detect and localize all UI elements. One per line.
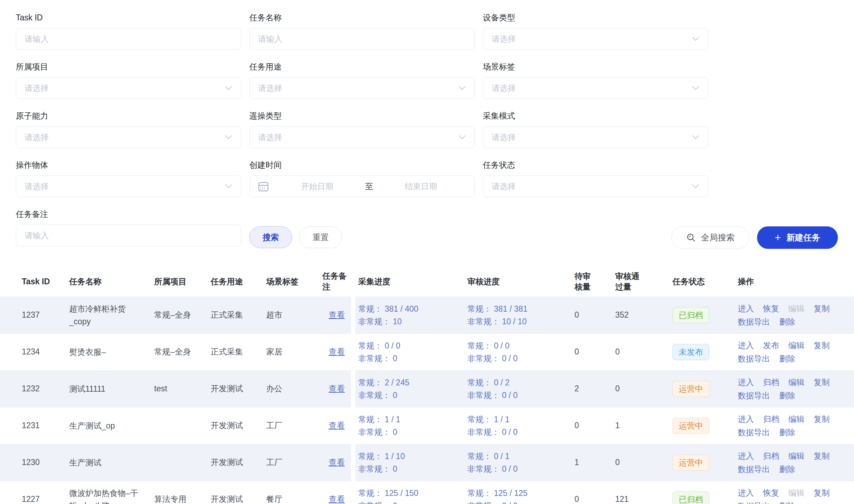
- collect-progress-cell: 常规： 1 / 1 非常规： 0: [358, 407, 467, 444]
- collect-mode-select[interactable]: 请选择: [483, 126, 708, 148]
- column-header-audit: 审核进度: [467, 267, 574, 297]
- column-header-actions: 操作: [738, 267, 854, 297]
- view-note-link[interactable]: 查看: [329, 310, 345, 319]
- row-action-link[interactable]: 删除: [779, 463, 795, 476]
- view-note-link[interactable]: 查看: [329, 347, 345, 356]
- purpose-select[interactable]: 请选择: [249, 77, 475, 99]
- row-action-link[interactable]: 进入: [738, 412, 754, 426]
- row-action-link[interactable]: 进入: [738, 339, 754, 352]
- row-action-link[interactable]: 数据导出: [738, 499, 770, 504]
- collect-progress-cell: 常规： 2 / 245 非常规： 0: [358, 370, 467, 407]
- view-note-link[interactable]: 查看: [329, 421, 345, 430]
- chevron-down-icon: [692, 37, 699, 41]
- reset-button[interactable]: 重置: [299, 226, 342, 248]
- teleop-select[interactable]: 请选择: [249, 126, 475, 148]
- row-action-link[interactable]: 编辑: [788, 412, 804, 426]
- global-search-label: 全局搜索: [701, 232, 735, 243]
- audit-progress-cell: 常规： 125 / 125 非常规： 0 / 0: [467, 481, 574, 504]
- row-action-link[interactable]: 归档: [763, 376, 779, 389]
- date-range-picker[interactable]: 开始日期 至 结束日期: [249, 175, 475, 197]
- project-cell: 常规–全身: [154, 333, 211, 370]
- row-action-link[interactable]: 进入: [738, 486, 754, 499]
- status-cell: 已归档: [672, 481, 738, 504]
- filter-teleop: 遥操类型 请选择: [249, 111, 475, 148]
- row-action-link[interactable]: 编辑: [788, 449, 804, 463]
- row-action-link[interactable]: 复制: [814, 412, 830, 426]
- row-action-link[interactable]: 删除: [779, 352, 795, 365]
- filter-label: 遥操类型: [249, 111, 475, 121]
- collect-progress-cell: 常规： 125 / 150 非常规： 0: [358, 481, 467, 504]
- row-action-link[interactable]: 复制: [814, 449, 830, 463]
- row-action-link[interactable]: 复制: [814, 486, 830, 499]
- view-note-link[interactable]: 查看: [329, 458, 345, 467]
- project-select[interactable]: 请选择: [16, 77, 241, 99]
- collect-regular: 常规： 1 / 1: [358, 413, 459, 426]
- row-action-link[interactable]: 数据导出: [738, 315, 770, 329]
- search-button[interactable]: 搜索: [249, 226, 292, 248]
- end-date-field[interactable]: 结束日期: [375, 181, 467, 192]
- scene-cell: 工厂: [266, 407, 322, 444]
- pending-count-cell: 1: [574, 444, 615, 481]
- table-body: 1237 超市冷鲜柜补货_copy 常规–全身 正式采集 超市 查看 常规： 3…: [0, 297, 854, 504]
- device-type-select[interactable]: 请选择: [483, 28, 708, 50]
- column-header-task-id: Task ID: [0, 267, 69, 297]
- row-action-link[interactable]: 进入: [738, 376, 754, 389]
- filter-remark: 任务备注: [16, 209, 241, 246]
- row-action-link[interactable]: 进入: [738, 302, 754, 315]
- project-cell: test: [154, 370, 211, 407]
- table-row: 1232 测试11111 test 开发测试 办公 查看 常规： 2 / 245…: [0, 370, 854, 407]
- row-action-link[interactable]: 发布: [763, 339, 779, 352]
- task-name-cell: 超市冷鲜柜补货_copy: [69, 297, 154, 333]
- row-action-link[interactable]: 恢复: [763, 486, 779, 499]
- task-name-cell: 熨烫衣服–: [69, 333, 154, 370]
- row-action-link[interactable]: 进入: [738, 449, 754, 463]
- new-task-button[interactable]: + 新建任务: [757, 226, 838, 249]
- start-date-field[interactable]: 开始日期: [271, 181, 363, 192]
- row-action-link[interactable]: 复制: [814, 302, 830, 315]
- audit-progress-cell: 常规： 381 / 381 非常规： 10 / 10: [467, 297, 574, 333]
- row-action-link[interactable]: 复制: [814, 339, 830, 352]
- row-action-link[interactable]: 删除: [779, 499, 795, 504]
- row-action-link[interactable]: 删除: [779, 315, 795, 329]
- task-name-input[interactable]: [249, 28, 475, 50]
- collect-progress-cell: 常规： 381 / 400 非常规： 10: [358, 297, 467, 333]
- row-action-link[interactable]: 删除: [779, 426, 795, 439]
- status-select[interactable]: 请选择: [483, 175, 708, 197]
- task-id-input[interactable]: [16, 28, 241, 50]
- object-select[interactable]: 请选择: [16, 175, 241, 197]
- filter-form: Task ID 任务名称 设备类型 请选择 所属项目 请选择 任务用途 请选择: [16, 13, 708, 246]
- row-action-link[interactable]: 编辑: [788, 339, 804, 352]
- select-placeholder: 请选择: [25, 181, 225, 192]
- select-placeholder: 请选择: [25, 132, 225, 143]
- global-search-button[interactable]: 全局搜索: [671, 226, 749, 249]
- row-action-link[interactable]: 归档: [763, 412, 779, 426]
- filter-task-id: Task ID: [16, 13, 241, 50]
- row-action-link[interactable]: 数据导出: [738, 463, 770, 476]
- row-action-link[interactable]: 复制: [814, 376, 830, 389]
- filter-label: 所属项目: [16, 62, 241, 72]
- chevron-down-icon: [458, 86, 466, 91]
- actions-cell: 进入恢复编辑复制数据导出删除: [738, 481, 854, 504]
- remark-input[interactable]: [16, 225, 241, 246]
- row-action-link[interactable]: 数据导出: [738, 426, 770, 439]
- view-note-link[interactable]: 查看: [329, 495, 345, 504]
- pending-count-cell: 0: [574, 407, 615, 444]
- collect-irregular: 非常规： 10: [358, 315, 459, 328]
- actions-cell: 进入归档编辑复制数据导出删除: [738, 370, 854, 407]
- column-header-collect: 采集进度: [358, 267, 467, 297]
- row-action-link[interactable]: 编辑: [788, 376, 804, 389]
- task-name-cell: 生产测试: [69, 444, 154, 481]
- row-action-link[interactable]: 数据导出: [738, 389, 770, 402]
- chevron-down-icon: [225, 184, 232, 189]
- task-id-cell: 1227: [0, 481, 69, 504]
- row-action-link[interactable]: 恢复: [763, 302, 779, 315]
- row-action-link[interactable]: 删除: [779, 389, 795, 402]
- row-action-link[interactable]: 数据导出: [738, 352, 770, 365]
- project-cell: 常规–全身: [154, 297, 211, 333]
- view-note-link[interactable]: 查看: [329, 384, 345, 393]
- task-name-cell: 测试11111: [69, 370, 154, 407]
- scene-tag-select[interactable]: 请选择: [483, 77, 708, 99]
- status-badge: 未发布: [672, 344, 709, 360]
- atomic-select[interactable]: 请选择: [16, 126, 241, 148]
- row-action-link[interactable]: 归档: [763, 449, 779, 463]
